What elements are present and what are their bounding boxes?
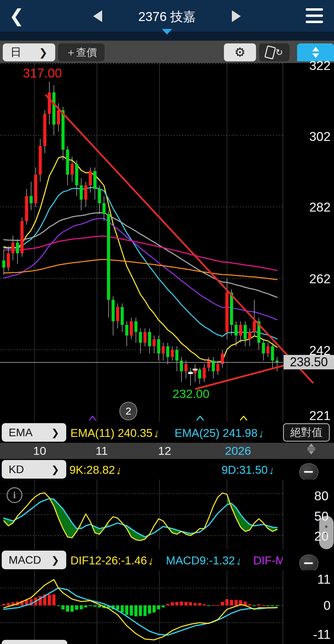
price-axis-label: 302 [282, 130, 331, 144]
kd-axis-label: 20 [282, 529, 328, 544]
chevron-right-icon: ❯ [51, 427, 59, 438]
month-label: 10 [33, 444, 46, 458]
ema25-value: EMA(25) 241.98↓ [175, 427, 265, 440]
chevron-right-icon: ❯ [39, 47, 48, 59]
pane-resize-handle[interactable] [303, 443, 320, 459]
rotate-phone-icon [264, 45, 276, 59]
period-label: 日 [10, 45, 21, 60]
vertical-expand-icon [312, 47, 319, 58]
price-axis-label: 282 [282, 200, 331, 215]
price-axis-label: 322 [282, 59, 331, 73]
macd-axis-label: -11 [282, 627, 331, 642]
price-axis-label: 262 [282, 272, 331, 286]
kd-axis-label: 80 [282, 489, 328, 503]
month-label: 11 [96, 444, 108, 458]
macd-settings-button[interactable]: MACD ❯ [2, 551, 66, 569]
macd-difm-value: DIF-M [253, 554, 283, 567]
back-icon[interactable]: ❮ [6, 6, 27, 26]
macd-axis-label: 0 [282, 599, 331, 613]
macd-button-label: MACD [9, 554, 41, 566]
next-stock-icon[interactable] [232, 10, 241, 22]
collapse-macd-button[interactable] [299, 554, 318, 572]
chevron-right-icon: ❯ [51, 554, 59, 566]
chevron-right-icon: ❯ [51, 464, 59, 475]
stock-chart-app: ❮ 2376 技嘉 日 ❯ ＋查價 ⚙ ↻ 317.00 232.00 2 23… [0, 0, 334, 644]
month-label: 12 [158, 444, 171, 458]
settings-button[interactable]: ⚙ [224, 43, 256, 61]
high-price-annotation: 317.00 [23, 66, 62, 81]
macd-dif-value: DIF12-26:-1.46↓ [70, 554, 154, 567]
next-indicator-button-partial[interactable] [2, 640, 67, 644]
macd-axis-label: 11 [282, 572, 331, 587]
ema-settings-button[interactable]: EMA ❯ [2, 423, 66, 442]
year-label: 2026 [225, 444, 251, 458]
kd-k-value: 9K:28.82↓ [69, 463, 122, 477]
absolute-value-button[interactable]: 絕對值 [283, 423, 330, 442]
kd-d-value: 9D:31.50↓ [222, 463, 275, 477]
ema-button-label: EMA [9, 426, 32, 439]
rotate-arrow-icon: ↻ [276, 47, 283, 58]
kd-button-label: KD [9, 463, 24, 476]
title-dropdown-caret-icon[interactable] [162, 29, 172, 34]
chart-note-marker[interactable]: 2 [119, 402, 137, 420]
kd-settings-button[interactable]: KD ❯ [2, 460, 66, 479]
price-axis-label: 242 [282, 344, 331, 358]
collapse-kd-button[interactable] [299, 463, 318, 481]
macd9-value: MACD9:-1.32↓ [166, 554, 242, 567]
page-title: 2376 技嘉 [98, 8, 236, 25]
kd-axis-label: 50 [282, 509, 328, 524]
ema11-value: EMA(11) 240.35↓ [70, 427, 159, 440]
low-price-annotation: 232.00 [173, 387, 209, 401]
gear-icon: ⚙ [234, 45, 245, 60]
hamburger-menu-icon[interactable] [306, 8, 323, 23]
price-axis-label: 221 [282, 409, 331, 423]
period-button[interactable]: 日 ❯ [3, 43, 55, 61]
info-icon[interactable]: i [7, 487, 22, 503]
add-quote-button[interactable]: ＋查價 [58, 43, 105, 61]
time-axis-row: 10 11 12 2026 [0, 443, 334, 459]
